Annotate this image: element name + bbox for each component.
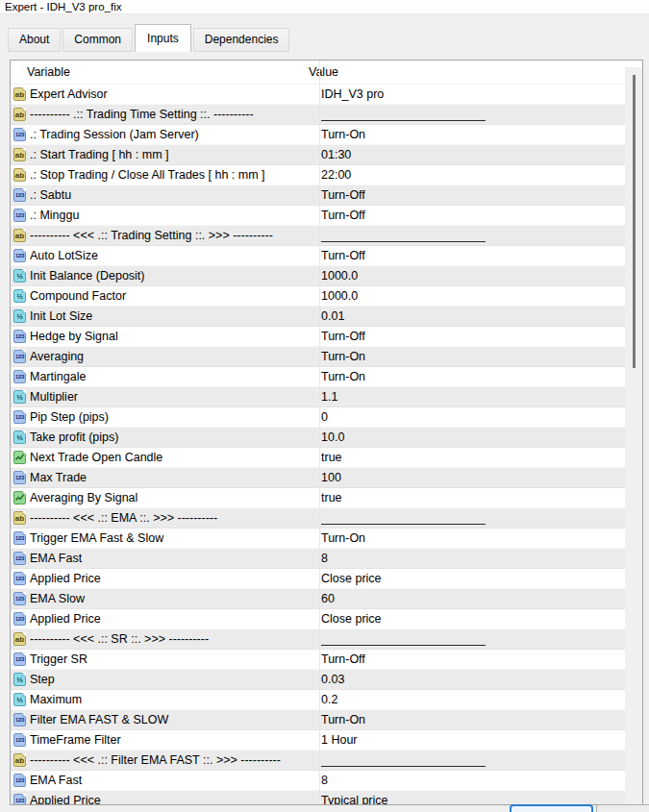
int-param-icon: 123 [13, 471, 26, 484]
param-row[interactable]: 123Auto LotSizeTurn-Off [11, 246, 626, 266]
param-row[interactable]: ½Compound Factor1000.0 [11, 286, 626, 307]
param-variable: ---------- <<< .:: Trading Setting ::. >… [26, 229, 315, 242]
inputs-table: Variable Value abExpert AdvisorIDH_V3 pr… [10, 60, 643, 805]
param-variable: Multiplier [26, 390, 315, 404]
param-row[interactable]: ½Take profit (pips)10.0 [11, 428, 626, 448]
param-row[interactable]: 123Applied PriceClose price [11, 569, 626, 589]
param-value[interactable] [315, 632, 626, 646]
param-value[interactable]: 1000.0 [315, 289, 626, 303]
param-value[interactable]: Turn-On [315, 370, 626, 383]
text-param-icon: ab [13, 632, 26, 646]
param-variable: ---------- <<< .:: Filter EMA FAST ::. >… [26, 753, 315, 767]
param-value[interactable]: Turn-Off [315, 330, 626, 343]
param-value[interactable]: Turn-Off [315, 652, 626, 666]
param-value[interactable]: 0 [315, 410, 626, 424]
param-value[interactable] [315, 511, 626, 525]
param-row[interactable]: ½Multiplier1.1 [11, 387, 626, 407]
param-variable: Step [26, 673, 315, 686]
param-value[interactable]: Close price [315, 572, 626, 585]
tab-inputs[interactable]: Inputs [135, 24, 191, 52]
param-value[interactable]: 01:30 [315, 148, 626, 161]
param-value[interactable]: 0.01 [315, 309, 626, 323]
param-value[interactable]: 100 [315, 471, 626, 484]
param-variable: Applied Price [26, 612, 315, 626]
param-variable: .: Start Trading [ hh : mm ] [26, 148, 315, 161]
param-row[interactable]: ab---------- <<< .:: EMA ::. >>> -------… [11, 508, 626, 529]
int-param-icon: 123 [13, 410, 26, 424]
param-row[interactable]: abExpert AdvisorIDH_V3 pro [11, 85, 626, 105]
param-value[interactable]: 8 [315, 774, 626, 787]
param-value[interactable]: IDH_V3 pro [315, 87, 626, 101]
param-row[interactable]: 123EMA Fast8 [11, 771, 626, 791]
param-value[interactable] [315, 229, 626, 242]
param-row[interactable]: 123EMA Fast8 [11, 549, 626, 569]
param-row[interactable]: 123TimeFrame Filter1 Hour [11, 730, 626, 750]
int-param-icon: 123 [13, 552, 26, 565]
param-value[interactable]: Turn-Off [315, 188, 626, 202]
param-row[interactable]: 123AveragingTurn-On [11, 347, 626, 367]
param-row[interactable]: 123Filter EMA FAST & SLOWTurn-On [11, 710, 626, 730]
param-value[interactable]: 10.0 [315, 431, 626, 444]
param-value[interactable]: true [315, 451, 626, 464]
param-row[interactable]: ½Init Lot Size0.01 [11, 307, 626, 327]
vertical-scrollbar[interactable] [625, 67, 642, 804]
param-value[interactable]: 8 [315, 552, 626, 565]
bool-param-icon [13, 491, 26, 504]
param-row[interactable]: ½Maximum0.2 [11, 690, 626, 710]
param-row[interactable]: 123Hedge by SignalTurn-Off [11, 327, 626, 347]
param-value[interactable]: Turn-On [315, 128, 626, 141]
param-row[interactable]: 123Applied PriceClose price [11, 609, 626, 629]
param-variable: Applied Price [26, 572, 315, 585]
param-variable: Filter EMA FAST & SLOW [26, 713, 315, 726]
param-row[interactable]: 123EMA Slow60 [11, 589, 626, 609]
footer-button-primary[interactable] [510, 804, 593, 812]
scrollbar-thumb[interactable] [633, 75, 636, 368]
param-row[interactable]: ab---------- <<< .:: Trading Setting ::.… [11, 226, 626, 246]
param-value[interactable]: Turn-On [315, 713, 626, 726]
param-row[interactable]: 123Trigger EMA Fast & SlowTurn-On [11, 529, 626, 549]
param-value[interactable] [315, 108, 626, 121]
param-row[interactable]: ab---------- <<< .:: Filter EMA FAST ::.… [11, 750, 626, 771]
int-param-icon: 123 [13, 774, 26, 787]
param-row[interactable]: ab---------- .:: Trading Time Setting ::… [11, 105, 626, 125]
param-row[interactable]: 123Pip Step (pips)0 [11, 407, 626, 428]
param-row[interactable]: ab---------- <<< .:: SR ::. >>> --------… [11, 629, 626, 650]
param-row[interactable]: ½Step0.03 [11, 670, 626, 690]
param-row[interactable]: ½Init Balance (Deposit)1000.0 [11, 266, 626, 286]
tab-about[interactable]: About [8, 28, 61, 52]
param-row[interactable]: Averaging By Signaltrue [11, 488, 626, 508]
param-value[interactable] [315, 753, 626, 767]
param-row[interactable]: ab.: Stop Trading / Close All Trades [ h… [11, 165, 626, 185]
int-param-icon: 123 [13, 652, 26, 666]
param-variable: EMA Fast [26, 552, 315, 565]
tab-common[interactable]: Common [62, 28, 133, 52]
param-row[interactable]: 123Applied PriceTypical price [11, 791, 626, 805]
column-divider[interactable] [319, 61, 320, 804]
param-value[interactable]: 60 [315, 592, 626, 605]
param-value[interactable]: Turn-On [315, 531, 626, 545]
int-param-icon: 123 [13, 249, 26, 262]
footer-button-secondary[interactable] [596, 804, 649, 812]
param-value[interactable]: 22:00 [315, 168, 626, 182]
param-value[interactable]: true [315, 491, 626, 504]
int-param-icon: 123 [13, 370, 26, 383]
param-row[interactable]: 123.: SabtuTurn-Off [11, 185, 626, 206]
param-value[interactable]: 1 Hour [315, 733, 626, 747]
param-value[interactable]: 1000.0 [315, 269, 626, 283]
param-variable: .: Sabtu [26, 188, 315, 202]
param-row[interactable]: 123Max Trade100 [11, 468, 626, 488]
param-value[interactable]: 1.1 [315, 390, 626, 404]
param-row[interactable]: 123Trigger SRTurn-Off [11, 650, 626, 670]
param-row[interactable]: 123MartingaleTurn-On [11, 367, 626, 387]
param-value[interactable]: 0.2 [315, 693, 626, 706]
param-row[interactable]: 123.: Trading Session (Jam Server)Turn-O… [11, 125, 626, 145]
tab-dependencies[interactable]: Dependencies [193, 28, 290, 52]
param-row[interactable]: ab.: Start Trading [ hh : mm ]01:30 [11, 145, 626, 165]
param-row[interactable]: Next Trade Open Candletrue [11, 448, 626, 468]
param-row[interactable]: 123.: MingguTurn-Off [11, 206, 626, 226]
param-value[interactable]: Close price [315, 612, 626, 626]
param-value[interactable]: Turn-Off [315, 249, 626, 262]
param-value[interactable]: Turn-On [315, 350, 626, 363]
param-value[interactable]: Turn-Off [315, 209, 626, 222]
param-value[interactable]: 0.03 [315, 673, 626, 686]
